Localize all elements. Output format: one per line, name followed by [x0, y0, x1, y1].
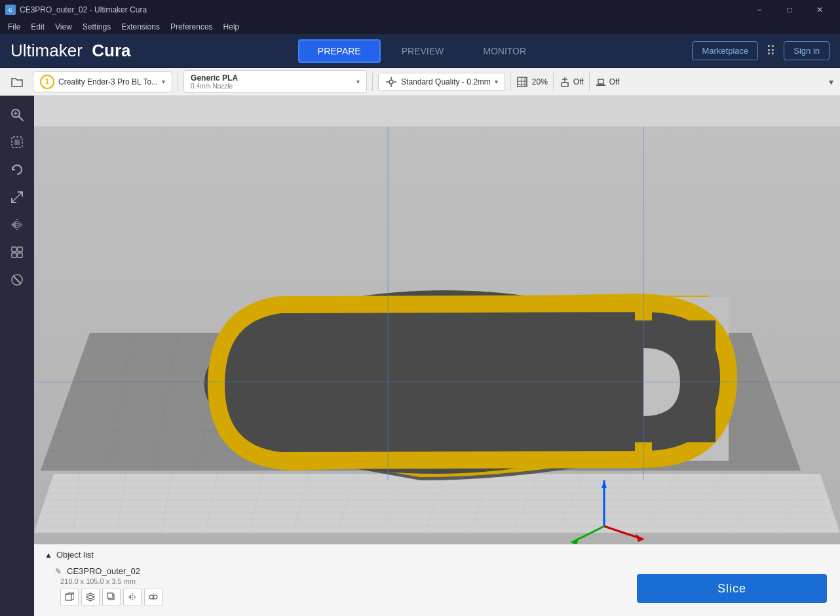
quality-chevron-icon: ▾ — [495, 78, 498, 85]
menu-settings[interactable]: Settings — [77, 21, 116, 33]
infill-group[interactable]: 20% — [516, 76, 548, 88]
menu-file[interactable]: File — [3, 21, 26, 33]
svg-marker-114 — [134, 594, 136, 600]
svg-rect-27 — [12, 253, 16, 258]
divider5 — [589, 73, 590, 91]
divider3 — [510, 73, 511, 91]
adhesion-value: Off — [609, 77, 620, 87]
adhesion-icon — [595, 76, 607, 88]
svg-point-115 — [149, 595, 153, 599]
object-action-cube[interactable] — [60, 588, 79, 606]
svg-marker-113 — [128, 594, 131, 600]
svg-rect-5 — [518, 77, 527, 87]
close-button[interactable]: ✕ — [805, 0, 835, 20]
menu-extensions[interactable]: Extensions — [116, 21, 165, 33]
svg-line-21 — [12, 192, 22, 202]
support-group[interactable]: Off — [559, 76, 584, 88]
menu-edit[interactable]: Edit — [26, 21, 50, 33]
tab-prepare[interactable]: PREPARE — [298, 39, 381, 63]
object-list-title: Object list — [56, 550, 94, 560]
object-action-layers[interactable] — [81, 588, 100, 606]
app-icon: C — [5, 5, 16, 15]
viewport[interactable]: ▲ Object list ✎ CE3PRO_outer_02 210.0 x … — [34, 96, 840, 616]
svg-marker-24 — [18, 221, 23, 229]
select-button[interactable] — [5, 130, 29, 155]
infill-value: 20% — [532, 77, 548, 87]
printer-chevron-icon: ▾ — [162, 78, 165, 85]
material-chevron-icon: ▾ — [356, 78, 360, 85]
printer-selector[interactable]: 1 Creality Ender-3 Pro BL To... ▾ — [33, 71, 172, 92]
signin-button[interactable]: Sign in — [784, 41, 830, 60]
nav-tabs: PREPARE PREVIEW MONITOR — [151, 39, 693, 63]
header: Ultimaker Cura PREPARE PREVIEW MONITOR M… — [0, 34, 840, 68]
svg-rect-20 — [14, 140, 20, 145]
support-icon — [559, 76, 571, 88]
divider — [178, 73, 178, 91]
quality-settings-icon — [385, 76, 397, 88]
printer-icon: 1 — [40, 75, 54, 89]
object-list-chevron-icon: ▲ — [45, 550, 52, 560]
quality-label: Standard Quality - 0.2mm — [401, 77, 491, 87]
window-controls: − □ ✕ — [744, 0, 835, 20]
divider4 — [553, 73, 554, 91]
object-list-header[interactable]: ▲ Object list — [45, 550, 830, 560]
object-action-duplicate[interactable] — [102, 588, 121, 606]
per-model-button[interactable] — [5, 240, 29, 265]
titlebar: C CE3PRO_outer_02 - Ultimaker Cura − □ ✕ — [0, 0, 840, 20]
main-area: ▲ Object list ✎ CE3PRO_outer_02 210.0 x … — [0, 96, 840, 616]
header-right: Marketplace ⠿ Sign in — [692, 41, 830, 62]
printer-name: Creality Ender-3 Pro BL To... — [58, 77, 158, 87]
object-name: CE3PRO_outer_02 — [67, 566, 140, 576]
svg-rect-14 — [598, 79, 603, 84]
svg-rect-25 — [12, 247, 16, 252]
svg-marker-32 — [34, 474, 840, 533]
subtoolbar-expand-icon[interactable]: ▾ — [829, 77, 833, 87]
support-value: Off — [573, 77, 584, 87]
menu-view[interactable]: View — [50, 21, 77, 33]
nozzle-size: 0.4mm Nozzle — [191, 83, 354, 90]
svg-line-16 — [19, 117, 24, 121]
svg-point-0 — [389, 80, 393, 84]
svg-marker-23 — [11, 221, 16, 229]
maximize-button[interactable]: □ — [774, 0, 805, 20]
slice-panel: Slice — [637, 574, 827, 603]
svg-point-116 — [153, 595, 157, 599]
quality-selector[interactable]: Standard Quality - 0.2mm ▾ — [378, 73, 505, 91]
logo-cura: Cura — [92, 41, 130, 60]
svg-line-30 — [13, 276, 21, 284]
menu-help[interactable]: Help — [218, 21, 245, 33]
support-blocker-button[interactable] — [5, 267, 29, 292]
edit-icon[interactable]: ✎ — [55, 567, 62, 576]
scale-button[interactable] — [5, 185, 29, 210]
zoom-button[interactable] — [5, 102, 29, 127]
tab-monitor[interactable]: MONITOR — [465, 39, 544, 63]
material-name: Generic PLA — [191, 73, 354, 83]
svg-rect-28 — [18, 253, 22, 258]
infill-icon — [516, 76, 528, 88]
adhesion-group[interactable]: Off — [595, 76, 620, 88]
rotate-button[interactable] — [5, 157, 29, 182]
object-action-mirror[interactable] — [123, 588, 142, 606]
mirror-button[interactable] — [5, 212, 29, 237]
menu-preferences[interactable]: Preferences — [165, 21, 218, 33]
object-action-merge[interactable] — [144, 588, 162, 606]
open-folder-button[interactable] — [7, 71, 28, 92]
app-logo: Ultimaker Cura — [10, 41, 131, 61]
slice-button[interactable]: Slice — [637, 574, 827, 603]
left-sidebar — [0, 96, 34, 616]
minimize-button[interactable]: − — [744, 0, 774, 20]
window-title: CE3PRO_outer_02 - Ultimaker Cura — [20, 5, 744, 14]
svg-rect-104 — [66, 594, 71, 600]
marketplace-button[interactable]: Marketplace — [692, 41, 758, 60]
subtoolbar: 1 Creality Ender-3 Pro BL To... ▾ Generi… — [0, 68, 840, 96]
grid-icon[interactable]: ⠿ — [763, 41, 778, 62]
scene-canvas — [34, 96, 840, 616]
divider2 — [372, 73, 373, 91]
svg-rect-10 — [562, 83, 568, 87]
material-selector[interactable]: Generic PLA 0.4mm Nozzle ▾ — [183, 70, 367, 93]
svg-rect-26 — [18, 247, 22, 252]
logo-ultimaker: Ultimaker — [10, 41, 83, 60]
menubar: File Edit View Settings Extensions Prefe… — [0, 20, 840, 34]
svg-rect-111 — [107, 593, 113, 598]
tab-preview[interactable]: PREVIEW — [383, 39, 463, 63]
